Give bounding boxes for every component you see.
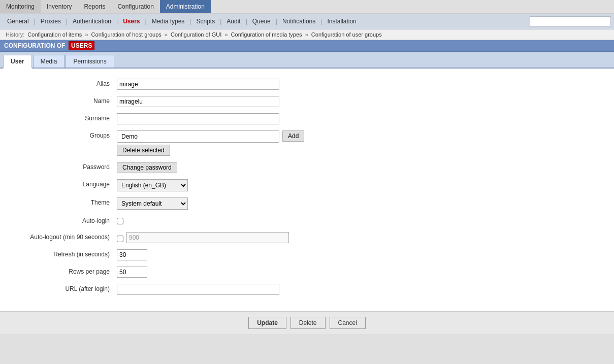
theme-row: Theme System default Blue Dark — [15, 197, 599, 210]
breadcrumb-host-groups[interactable]: Configuration of host groups — [91, 31, 161, 38]
top-nav-inventory[interactable]: Inventory — [41, 0, 78, 13]
top-nav-configuration[interactable]: Configuration — [111, 0, 159, 13]
change-password-button[interactable]: Change password — [117, 162, 177, 173]
language-control: English (en_GB) English (en_US) French (… — [117, 179, 320, 191]
autologout-row: Auto-logout (min 90 seconds) — [15, 232, 599, 243]
breadcrumb-label: History: — [6, 31, 24, 38]
alias-control — [117, 79, 320, 90]
groups-control: Demo Add Delete selected — [117, 130, 320, 156]
breadcrumb-user-groups[interactable]: Configuration of user groups — [311, 31, 382, 38]
autologout-row-inner — [117, 232, 320, 243]
url-label: URL (after login) — [15, 284, 117, 292]
sub-nav-proxies[interactable]: Proxies — [37, 16, 65, 27]
language-row: Language English (en_GB) English (en_US)… — [15, 179, 599, 191]
sub-nav-scripts[interactable]: Scripts — [192, 16, 219, 27]
config-header-highlight: USERS — [69, 41, 94, 50]
alias-row: Alias — [15, 79, 599, 90]
sub-nav-general[interactable]: General — [3, 16, 33, 27]
groups-label: Groups — [15, 130, 117, 139]
surname-control — [117, 113, 320, 124]
sub-nav-installation[interactable]: Installation — [323, 16, 360, 27]
sub-nav-media-types[interactable]: Media types — [148, 16, 189, 27]
autologout-checkbox[interactable] — [117, 236, 123, 242]
password-control: Change password — [117, 162, 320, 173]
autologout-input[interactable] — [126, 232, 289, 243]
autologin-checkbox[interactable] — [117, 218, 123, 224]
name-control — [117, 96, 320, 107]
breadcrumb-items[interactable]: Configuration of items — [27, 31, 82, 38]
delete-selected-button[interactable]: Delete selected — [117, 145, 170, 156]
sub-nav-users[interactable]: Users — [119, 16, 144, 27]
name-input[interactable] — [117, 96, 279, 107]
top-nav-reports[interactable]: Reports — [78, 0, 111, 13]
autologout-control — [117, 232, 320, 243]
theme-control: System default Blue Dark — [117, 197, 320, 210]
top-nav-monitoring[interactable]: Monitoring — [0, 0, 41, 13]
top-nav-administration[interactable]: Administration — [160, 0, 211, 13]
search-input[interactable] — [530, 16, 611, 26]
refresh-label: Refresh (in seconds) — [15, 249, 117, 258]
sub-nav-audit[interactable]: Audit — [222, 16, 244, 27]
url-row: URL (after login) — [15, 284, 599, 295]
config-header-prefix: CONFIGURATION OF — [4, 42, 65, 49]
tabs-container: User Media Permissions — [0, 52, 614, 69]
url-control — [117, 284, 320, 295]
rows-per-page-label: Rows per page — [15, 267, 117, 275]
url-input[interactable] — [117, 284, 279, 295]
password-label: Password — [15, 162, 117, 171]
rows-per-page-row: Rows per page — [15, 267, 599, 278]
footer-bar: Update Delete Cancel — [0, 311, 614, 334]
breadcrumb-media-types[interactable]: Configuration of media types — [231, 31, 302, 38]
groups-container: Demo Add — [117, 130, 320, 143]
groups-add-button[interactable]: Add — [282, 130, 304, 142]
surname-row: Surname — [15, 113, 599, 124]
config-header: CONFIGURATION OF USERS — [0, 40, 614, 52]
sub-navigation: General | Proxies | Authentication | Use… — [0, 14, 614, 29]
tab-media[interactable]: Media — [33, 55, 65, 68]
breadcrumb: History: Configuration of items » Config… — [0, 29, 614, 40]
tab-permissions[interactable]: Permissions — [66, 55, 114, 68]
groups-option-demo[interactable]: Demo — [119, 132, 277, 141]
refresh-control — [117, 249, 320, 260]
tab-user[interactable]: User — [3, 55, 32, 69]
rows-per-page-control — [117, 267, 320, 278]
sub-nav-queue[interactable]: Queue — [248, 16, 275, 27]
theme-select[interactable]: System default Blue Dark — [117, 197, 188, 210]
cancel-button[interactable]: Cancel — [330, 317, 366, 329]
surname-label: Surname — [15, 113, 117, 122]
autologin-label: Auto-login — [15, 216, 117, 224]
autologin-control — [117, 216, 320, 226]
language-label: Language — [15, 179, 117, 188]
autologout-label: Auto-logout (min 90 seconds) — [15, 232, 117, 241]
theme-label: Theme — [15, 197, 117, 206]
surname-input[interactable] — [117, 113, 279, 124]
groups-listbox[interactable]: Demo — [117, 130, 279, 143]
autologin-row: Auto-login — [15, 216, 599, 226]
form-area: Alias Name Surname Groups Demo Add De — [0, 69, 614, 311]
alias-label: Alias — [15, 79, 117, 87]
name-row: Name — [15, 96, 599, 107]
rows-per-page-input[interactable] — [117, 267, 147, 278]
refresh-row: Refresh (in seconds) — [15, 249, 599, 260]
sub-nav-notifications[interactable]: Notifications — [278, 16, 319, 27]
password-row: Password Change password — [15, 162, 599, 173]
update-button[interactable]: Update — [248, 317, 286, 329]
top-navigation: Monitoring Inventory Reports Configurati… — [0, 0, 614, 14]
refresh-input[interactable] — [117, 249, 147, 260]
delete-button[interactable]: Delete — [290, 317, 326, 329]
breadcrumb-gui[interactable]: Configuration of GUI — [171, 31, 221, 38]
search-container — [530, 16, 611, 26]
groups-row: Groups Demo Add Delete selected — [15, 130, 599, 156]
sub-nav-authentication[interactable]: Authentication — [69, 16, 115, 27]
name-label: Name — [15, 96, 117, 105]
language-select[interactable]: English (en_GB) English (en_US) French (… — [117, 179, 188, 191]
alias-input[interactable] — [117, 79, 279, 90]
